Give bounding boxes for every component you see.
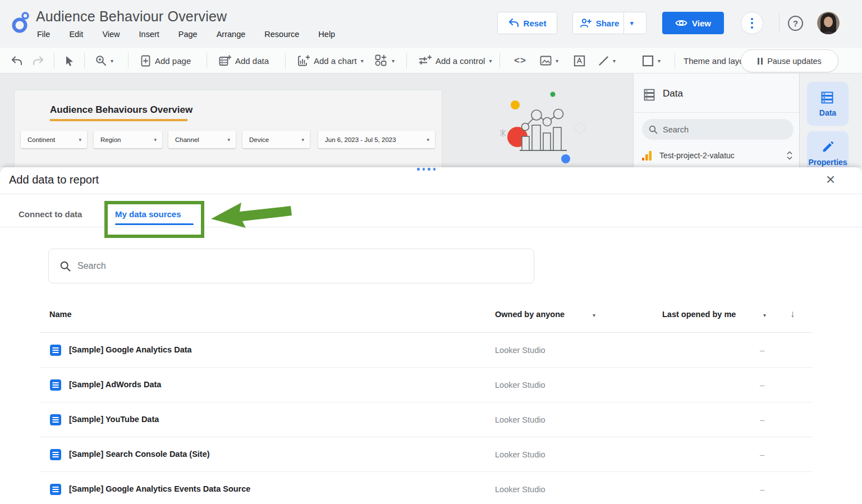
pencil-icon [821, 140, 835, 154]
data-panel-search[interactable] [642, 119, 794, 140]
data-source-row[interactable]: [Sample] Google Analytics Data Looker St… [39, 333, 813, 368]
filter-region[interactable]: Region▾ [94, 131, 162, 148]
pause-icon [758, 58, 763, 65]
modal-drag-handle[interactable] [417, 168, 435, 171]
rail-tab-data[interactable]: Data [807, 82, 849, 126]
owner-filter-caret-icon[interactable]: ▾ [593, 312, 595, 318]
filter-channel[interactable]: Channel▾ [168, 131, 236, 148]
community-visualizations-button[interactable]: ▾ [375, 48, 395, 74]
insert-line-button[interactable]: ▾ [598, 48, 616, 74]
avatar[interactable] [817, 12, 840, 34]
data-tab-icon [821, 91, 835, 104]
data-source-row[interactable]: [Sample] AdWords Data Looker Studio – [39, 368, 813, 402]
data-panel-title: Data [663, 88, 683, 99]
menu-edit[interactable]: Edit [69, 30, 83, 39]
data-source-name: [Sample] YouTube Data [69, 415, 159, 424]
menu-file[interactable]: File [37, 30, 50, 39]
filter-caret-icon: ▾ [154, 137, 157, 143]
filter-caret-icon: ▾ [427, 137, 429, 143]
pause-updates-button[interactable]: Pause updates [741, 49, 838, 72]
data-source-row[interactable]: [Sample] YouTube Data Looker Studio – [39, 402, 813, 437]
data-source-item[interactable]: Test-project-2-valatuc [642, 147, 794, 164]
tab-my-data-sources[interactable]: My data sources [115, 209, 181, 219]
more-options-button[interactable] [741, 12, 763, 34]
magnifier-icon [95, 55, 107, 66]
chart-illustration [482, 79, 627, 167]
menu-resource[interactable]: Resource [264, 30, 299, 39]
add-page-icon [140, 55, 151, 67]
redo-icon [33, 56, 44, 66]
header-divider [779, 13, 780, 33]
image-caret-icon: ▾ [556, 58, 558, 64]
column-header-name: Name [49, 310, 72, 319]
toolbar-separator [675, 53, 675, 68]
embed-button[interactable]: <> [514, 48, 526, 74]
add-control-button[interactable]: Add a control ▾ [419, 48, 492, 74]
data-source-owner: Looker Studio [495, 346, 545, 355]
sort-direction-icon[interactable]: ↓ [790, 309, 795, 320]
toolbar-separator [84, 53, 85, 68]
tab-connect-to-data[interactable]: Connect to data [19, 209, 82, 219]
toolbar-separator [406, 53, 407, 68]
data-panel-search-input[interactable] [663, 125, 775, 134]
search-icon [60, 261, 71, 272]
filter-date-range[interactable]: Jun 6, 2023 - Jul 5, 2023▾ [318, 131, 435, 148]
data-source-name: Test-project-2-valatuc [659, 151, 735, 160]
menu-insert[interactable]: Insert [139, 30, 159, 39]
share-button[interactable]: Share ▾ [572, 12, 646, 34]
toolbar-separator [54, 53, 54, 68]
data-source-row[interactable]: [Sample] Google Analytics Events Data So… [39, 472, 813, 504]
report-canvas: Audience Behaviours Overview Continent▾ … [0, 74, 862, 167]
menu-arrange[interactable]: Arrange [217, 30, 246, 39]
line-caret-icon: ▾ [613, 58, 616, 64]
undo-button[interactable] [11, 48, 22, 74]
help-icon[interactable]: ? [788, 16, 803, 31]
column-header-owner[interactable]: Owned by anyone [495, 310, 565, 319]
data-source-name: [Sample] Search Console Data (Site) [69, 450, 210, 459]
last-opened-value: – [760, 380, 764, 390]
community-viz-caret-icon: ▾ [392, 58, 395, 64]
modal-search[interactable] [48, 249, 534, 283]
menu-help[interactable]: Help [318, 30, 335, 39]
filter-continent[interactable]: Continent▾ [21, 131, 87, 148]
last-opened-value: – [760, 345, 764, 355]
text-box-icon [574, 55, 585, 67]
last-opened-caret-icon[interactable]: ▾ [763, 312, 766, 318]
data-source-name: [Sample] Google Analytics Data [69, 345, 192, 354]
menu-page[interactable]: Page [178, 30, 198, 39]
share-dropdown-caret[interactable]: ▾ [623, 12, 639, 34]
report-heading: Audience Behaviours Overview [50, 104, 192, 116]
line-icon [598, 56, 609, 66]
close-icon[interactable]: × [820, 169, 841, 190]
sort-updown-icon[interactable] [786, 150, 794, 161]
filter-caret-icon: ▾ [227, 137, 230, 143]
data-source-owner: Looker Studio [495, 381, 545, 390]
title-underline [50, 119, 187, 121]
column-header-last-opened[interactable]: Last opened by me [662, 310, 736, 319]
rail-tab-properties[interactable]: Properties [807, 131, 849, 167]
reset-button[interactable]: Reset [497, 12, 557, 34]
add-data-button[interactable]: Add data [219, 48, 269, 74]
zoom-tool-button[interactable]: ▾ [95, 48, 113, 74]
filter-device[interactable]: Device▾ [242, 131, 310, 148]
add-data-modal: Add data to report × Connect to data My … [0, 167, 862, 504]
add-chart-button[interactable]: Add a chart ▾ [297, 48, 364, 74]
add-page-button[interactable]: Add page [140, 48, 191, 74]
add-chart-icon [297, 55, 310, 67]
looker-studio-logo-icon[interactable] [11, 9, 32, 35]
insert-text-button[interactable] [574, 48, 585, 74]
data-source-icon [50, 345, 61, 356]
data-source-row[interactable]: [Sample] Search Console Data (Site) Look… [39, 437, 813, 472]
insert-image-button[interactable]: ▾ [540, 48, 558, 74]
modal-search-input[interactable] [77, 261, 504, 271]
active-tab-underline [115, 223, 194, 225]
menu-view[interactable]: View [102, 30, 120, 39]
insert-shape-button[interactable]: ▾ [642, 48, 661, 74]
app-header: Audience Behaviour Overview File Edit Vi… [0, 0, 862, 48]
select-tool-button[interactable] [65, 48, 74, 74]
report-page[interactable]: Audience Behaviours Overview Continent▾ … [14, 90, 442, 167]
redo-button[interactable] [33, 48, 44, 74]
right-rail: Data Properties [799, 74, 862, 167]
view-button[interactable]: View [662, 12, 724, 34]
data-source-name: [Sample] AdWords Data [69, 380, 161, 389]
